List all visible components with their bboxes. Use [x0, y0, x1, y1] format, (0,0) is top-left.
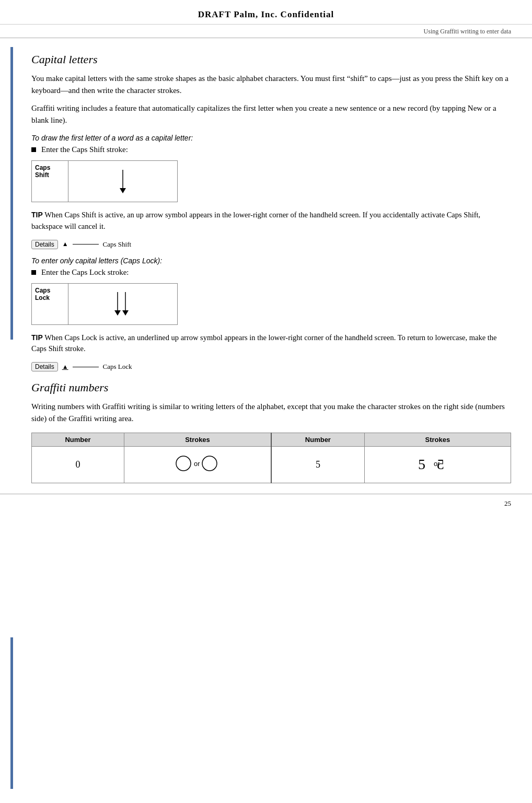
- bullet1-text: Enter the Caps Shift stroke:: [41, 145, 128, 154]
- caps-lock-arrow: ▲: [62, 363, 68, 371]
- caps-shift-arrow: ▲: [62, 240, 68, 248]
- svg-text:5: 5: [437, 456, 444, 472]
- numbers-table: Number Strokes Number Strokes 0 or: [31, 433, 511, 483]
- caps-lock-drawing: [68, 284, 177, 324]
- table-row: 0 or 5 5: [32, 446, 511, 483]
- tip1-label: TIP: [31, 211, 43, 219]
- bullet2-text: Enter the Caps Lock stroke:: [41, 268, 129, 277]
- table-cell-stroke5: 5 or 5: [364, 446, 511, 483]
- indicator-line-1: [73, 244, 99, 245]
- caps-lock-indicator-row: Details ▲ Caps Lock: [31, 362, 511, 371]
- tip1-block: TIP When Caps Shift is active, an up arr…: [31, 210, 511, 232]
- tip2-block: TIP When Caps Lock is active, an underli…: [31, 332, 511, 355]
- caps-lock-box: CapsLock: [31, 283, 178, 325]
- bullet-square-2: [31, 270, 36, 275]
- bullet-item-2: Enter the Caps Lock stroke:: [31, 268, 511, 277]
- page-subheader: Using Graffiti writing to enter data: [0, 25, 532, 38]
- stroke-0-svg: or: [174, 450, 221, 476]
- section1-para1: You make capital letters with the same s…: [31, 73, 511, 97]
- caps-shift-svg: [112, 167, 133, 196]
- indicator-line-2: [73, 367, 99, 367]
- caps-lock-svg: [110, 289, 136, 318]
- svg-point-6: [176, 456, 191, 471]
- table-header-strokes1: Strokes: [124, 433, 271, 446]
- details-pill-2: Details: [31, 362, 58, 371]
- bullet-square-1: [31, 147, 36, 152]
- caps-shift-indicator-row: Details ▲ Caps Shift: [31, 240, 511, 249]
- svg-point-8: [202, 456, 217, 471]
- instruction2: To enter only capital letters (Caps Lock…: [31, 257, 511, 265]
- table-cell-num0: 0: [32, 446, 124, 483]
- caps-shift-box: CapsShift: [31, 160, 178, 202]
- page-number: 25: [0, 494, 532, 508]
- page-title: DRAFT Palm, Inc. Confidential: [0, 0, 532, 25]
- svg-marker-5: [122, 310, 129, 316]
- bullet-item-1: Enter the Caps Shift stroke:: [31, 145, 511, 154]
- svg-marker-3: [114, 310, 121, 316]
- stroke-5-svg: 5 or 5: [414, 450, 461, 476]
- table-cell-stroke0: or: [124, 446, 271, 483]
- caps-shift-indicator-label: Caps Shift: [103, 240, 132, 249]
- instruction1: To draw the first letter of a word as a …: [31, 134, 511, 142]
- svg-text:or: or: [194, 460, 200, 468]
- tip2-text: When Caps Lock is active, an underlined …: [31, 333, 496, 353]
- caps-shift-label: CapsShift: [32, 161, 68, 202]
- section2-para1: Writing numbers with Graffiti writing is…: [31, 401, 511, 425]
- caps-lock-label: CapsLock: [32, 284, 68, 324]
- svg-marker-1: [120, 188, 126, 193]
- tip1-text: When Caps Shift is active, an up arrow s…: [31, 211, 480, 230]
- table-cell-num5: 5: [271, 446, 364, 483]
- details-pill-1: Details: [31, 240, 58, 249]
- table-header-strokes2: Strokes: [364, 433, 511, 446]
- section1-heading: Capital letters: [31, 53, 511, 66]
- section1-para2: Graffiti writing includes a feature that…: [31, 102, 511, 127]
- svg-text:5: 5: [418, 456, 425, 472]
- section2-heading: Graffiti numbers: [31, 381, 511, 394]
- section1-left-bar: [10, 47, 13, 340]
- caps-shift-drawing: [68, 161, 177, 202]
- tip2-label: TIP: [31, 333, 43, 342]
- table-header-num1: Number: [32, 433, 124, 446]
- table-header-num2: Number: [271, 433, 364, 446]
- caps-lock-indicator-label: Caps Lock: [103, 363, 132, 371]
- section2-left-bar: [10, 637, 13, 789]
